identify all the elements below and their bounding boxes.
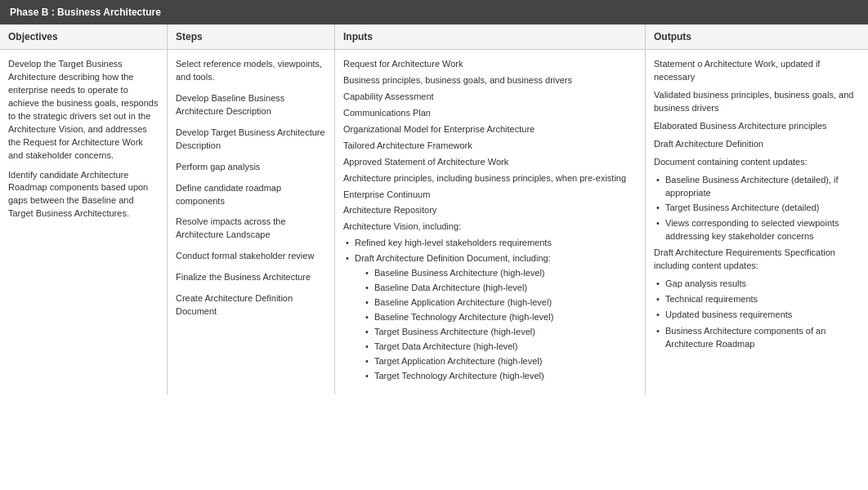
def-bullet-7: Target Application Architecture (high-le… [363,355,637,368]
output-5: Document containing content updates: [654,156,860,169]
input-2: Business principles, business goals, and… [343,74,637,87]
vision-bullet-1: Refined key high-level stakeholders requ… [343,237,637,250]
content-area: Develop the Target Business Architecture… [0,50,868,394]
step-4: Perform gap analysis [176,161,326,174]
input-9: Enterprise Continuum [343,189,637,202]
column-headers: Objectives Steps Inputs Outputs [0,24,868,50]
content-bullet-3: Views corresponding to selected viewpoin… [654,217,860,243]
output-4: Draft Architecture Definition [654,138,860,151]
inputs-header: Inputs [335,24,646,49]
output-6: Draft Architecture Requirements Specific… [654,247,860,273]
def-bullet-6: Target Data Architecture (high-level) [363,341,637,354]
def-bullet-2: Baseline Data Architecture (high-level) [363,282,637,295]
vision-bullet-2: Draft Architecture Definition Document, … [343,252,637,382]
step-6: Resolve impacts across the Architecture … [176,216,326,242]
content-bullet-2: Target Business Architecture (detailed) [654,202,860,215]
step-1: Select reference models, viewpoints, and… [176,58,326,84]
step-8: Finalize the Business Architecture [176,271,326,284]
content-update-bullets: Baseline Business Architecture (detailed… [654,174,860,244]
objectives-header: Objectives [0,24,168,49]
outputs-column: Statement o Architecture Work, updated i… [646,50,868,394]
output-last: Business Architecture components of an A… [654,325,860,351]
spec-bullets: Gap analysis results Technical requireme… [654,278,860,322]
objectives-para-2: Identify candidate Architecture Roadmap … [8,169,159,221]
objectives-column: Develop the Target Business Architecture… [0,50,168,394]
steps-column: Select reference models, viewpoints, and… [168,50,335,394]
output-3: Elaborated Business Architecture princip… [654,120,860,133]
content-bullet-1: Baseline Business Architecture (detailed… [654,174,860,200]
page-header: Phase B : Business Architecture [0,0,868,24]
objectives-para-1: Develop the Target Business Architecture… [8,58,159,163]
output-2: Validated business principles, business … [654,89,860,115]
input-6: Tailored Architecture Framework [343,140,637,153]
def-bullet-8: Target Technology Architecture (high-lev… [363,370,637,383]
input-11: Architecture Vision, including: [343,220,637,234]
step-5: Define candidate roadmap components [176,182,326,208]
header-title: Phase B : Business Architecture [10,7,161,18]
input-4: Communications Plan [343,107,637,120]
last-output-bullet: Business Architecture components of an A… [654,325,860,351]
step-9: Create Architecture Definition Document [176,292,326,318]
spec-bullet-3: Updated business requirements [654,309,860,322]
def-bullet-4: Baseline Technology Architecture (high-l… [363,311,637,324]
step-7: Conduct formal stakeholder review [176,250,326,263]
steps-header: Steps [168,24,335,49]
input-5: Organizational Model for Enterprise Arch… [343,123,637,136]
vision-bullets: Refined key high-level stakeholders requ… [343,237,637,382]
input-1: Request for Architecture Work [343,58,637,71]
definition-bullets: Baseline Business Architecture (high-lev… [363,267,637,383]
input-7: Approved Statement of Architecture Work [343,156,637,169]
step-2: Develop Baseline Business Architecture D… [176,92,326,118]
input-10: Architecture Repository [343,204,637,217]
input-3: Capability Assessment [343,91,637,104]
outputs-header: Outputs [646,24,868,49]
output-1: Statement o Architecture Work, updated i… [654,58,860,84]
spec-bullet-1: Gap analysis results [654,278,860,291]
spec-bullet-2: Technical requirements [654,293,860,306]
def-bullet-5: Target Business Architecture (high-level… [363,326,637,339]
step-3: Develop Target Business Architecture Des… [176,127,326,153]
def-bullet-3: Baseline Application Architecture (high-… [363,296,637,310]
input-8: Architecture principles, including busin… [343,172,637,185]
def-bullet-1: Baseline Business Architecture (high-lev… [363,267,637,280]
inputs-column: Request for Architecture Work Business p… [335,50,646,394]
